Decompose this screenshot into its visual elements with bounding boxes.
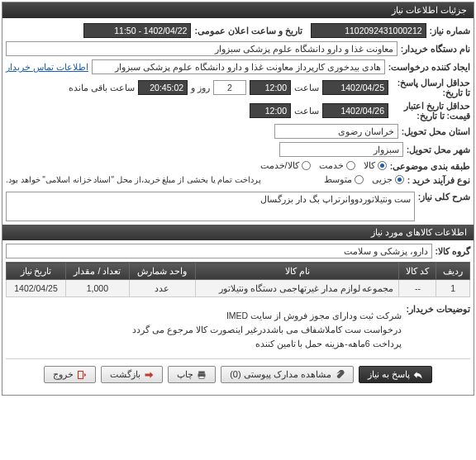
th-code: کد کالا — [399, 263, 436, 280]
days-value: 2 — [213, 80, 246, 95]
items-table: ردیف کد کالا نام کالا واحد شمارش تعداد /… — [6, 262, 470, 297]
buyer-note-line: شرکت ثبت ودارای مجوز فروش از سایت IMED — [132, 309, 401, 323]
th-name: نام کالا — [195, 263, 399, 280]
city-value: سبزوار — [279, 142, 403, 157]
desc-value: ست ونتیلاتوردووانرتراپ بگ دار بزرگسال — [6, 192, 415, 221]
radio-dot-icon — [355, 175, 364, 184]
respond-button[interactable]: پاسخ به نیاز — [359, 366, 432, 383]
deadline-hour: 12:00 — [250, 80, 291, 95]
print-label: چاپ — [177, 369, 193, 380]
print-button[interactable]: چاپ — [168, 366, 216, 383]
buyer-note-line: پرداخت 6ماهه-هزینه حمل با تامین کننده — [132, 337, 401, 351]
city-label: شهر محل تحویل: — [407, 145, 470, 154]
province-label: استان محل تحویل: — [402, 126, 470, 136]
svg-rect-3 — [79, 371, 83, 378]
buyer-notes: شرکت ثبت ودارای مجوز فروش از سایت IMED د… — [131, 304, 402, 355]
td-code: -- — [399, 280, 436, 297]
need-number-value: 1102092431000212 — [311, 23, 426, 38]
desc-label: شرح کلی نیاز: — [418, 192, 470, 202]
exit-label: خروج — [53, 369, 74, 380]
deadline-label: حداقل ارسال پاسخ: تا تاریخ: — [392, 78, 470, 97]
purchase-type-radio-group: جزیی متوسط — [324, 174, 404, 185]
td-row: 1 — [436, 280, 470, 297]
requester-label: ایجاد کننده درخواست: — [388, 62, 470, 72]
td-name: مجموعه لوازم مدار غیرتهاجمی دستگاه ونتیل… — [195, 280, 399, 297]
reply-icon — [413, 370, 423, 380]
buyer-org-value: معاونت غذا و دارو دانشگاه علوم پزشکی سبز… — [6, 41, 397, 56]
table-row[interactable]: 1 -- مجموعه لوازم مدار غیرتهاجمی دستگاه … — [7, 280, 470, 297]
radio-medium-label: متوسط — [324, 174, 352, 185]
category-label: طبقه بندی موضوعی: — [390, 161, 470, 171]
remaining-time: 20:45:02 — [138, 80, 188, 95]
hour-label-2: ساعت — [294, 106, 319, 116]
validity-date: 1402/04/26 — [322, 103, 388, 118]
attachments-button[interactable]: مشاهده مدارک پیوستی (0) — [221, 366, 354, 383]
day-label: روز و — [191, 83, 210, 92]
public-datetime-value: 1402/04/22 - 11:50 — [83, 23, 191, 38]
print-icon — [197, 370, 207, 380]
validity-hour: 12:00 — [250, 103, 291, 118]
attachments-label: مشاهده مدارک پیوستی (0) — [230, 369, 331, 380]
radio-service-label: خدمت — [319, 160, 344, 171]
th-date: تاریخ نیاز — [7, 263, 66, 280]
panel-body: شماره نیاز: 1102092431000212 تاریخ و ساع… — [2, 18, 474, 395]
buyer-contact-link[interactable]: اطلاعات تماس خریدار — [6, 62, 88, 72]
need-details-panel: جزئیات اطلاعات نیاز شماره نیاز: 11020924… — [2, 2, 474, 396]
td-unit: عدد — [129, 280, 195, 297]
back-label: بازگشت — [110, 369, 140, 380]
hour-label-1: ساعت — [294, 83, 319, 92]
exit-button[interactable]: خروج — [44, 366, 96, 383]
radio-dot-icon — [378, 161, 387, 170]
goods-group-value: دارو، پزشکی و سلامت — [6, 244, 432, 258]
need-number-label: شماره نیاز: — [430, 26, 470, 36]
radio-goods-label: کالا — [364, 160, 375, 171]
purchase-type-label: نوع فرآیند خرید : — [407, 175, 470, 185]
remaining-label: ساعت باقی مانده — [69, 83, 135, 92]
radio-service[interactable]: خدمت — [319, 160, 355, 171]
radio-both-label: کالا/خدمت — [260, 160, 299, 171]
buyer-note-line: درخواست ست کاملاشفاف می باشددرغیر اینصور… — [132, 323, 401, 337]
radio-goods[interactable]: کالا — [364, 160, 387, 171]
buyer-notes-label: توضیحات خریدار: — [407, 304, 470, 314]
td-qty: 1,000 — [66, 280, 130, 297]
radio-dot-icon — [346, 161, 355, 170]
th-qty: تعداد / مقدار — [66, 263, 130, 280]
footer-actions: پاسخ به نیاز مشاهده مدارک پیوستی (0) چاپ… — [6, 358, 470, 390]
attachment-icon — [335, 370, 345, 380]
td-date: 1402/04/25 — [7, 280, 66, 297]
radio-both[interactable]: کالا/خدمت — [260, 160, 311, 171]
validity-label: حداقل تاریخ اعتبار قیمت: تا تاریخ: — [392, 101, 470, 121]
radio-small-label: جزیی — [372, 174, 393, 185]
panel-title: جزئیات اطلاعات نیاز — [2, 2, 474, 18]
exit-icon — [77, 370, 87, 380]
deadline-date: 1402/04/25 — [322, 80, 388, 95]
public-datetime-label: تاریخ و ساعت اعلان عمومی: — [194, 26, 302, 36]
radio-dot-icon — [302, 161, 311, 170]
buyer-org-label: نام دستگاه خریدار: — [401, 44, 470, 54]
th-row: ردیف — [436, 263, 470, 280]
svg-rect-0 — [198, 371, 205, 373]
payment-note: پرداخت تمام یا بخشی از مبلغ خرید،از محل … — [6, 175, 261, 184]
radio-dot-icon — [395, 175, 404, 184]
province-value: خراسان رضوی — [274, 124, 398, 139]
radio-small[interactable]: جزیی — [372, 174, 404, 185]
back-icon — [144, 370, 154, 380]
svg-rect-2 — [199, 376, 204, 378]
items-section-header: اطلاعات کالاهای مورد نیاز — [2, 225, 474, 240]
back-button[interactable]: بازگشت — [101, 366, 163, 383]
respond-label: پاسخ به نیاز — [368, 369, 410, 380]
category-radio-group: کالا خدمت کالا/خدمت — [260, 160, 387, 171]
requester-value: هادی بیدخوری کارپرداز معاونت غذا و دارو … — [92, 59, 385, 74]
table-header-row: ردیف کد کالا نام کالا واحد شمارش تعداد /… — [7, 263, 470, 280]
th-unit: واحد شمارش — [129, 263, 195, 280]
radio-medium[interactable]: متوسط — [324, 174, 364, 185]
goods-group-label: گروه کالا: — [436, 246, 470, 256]
